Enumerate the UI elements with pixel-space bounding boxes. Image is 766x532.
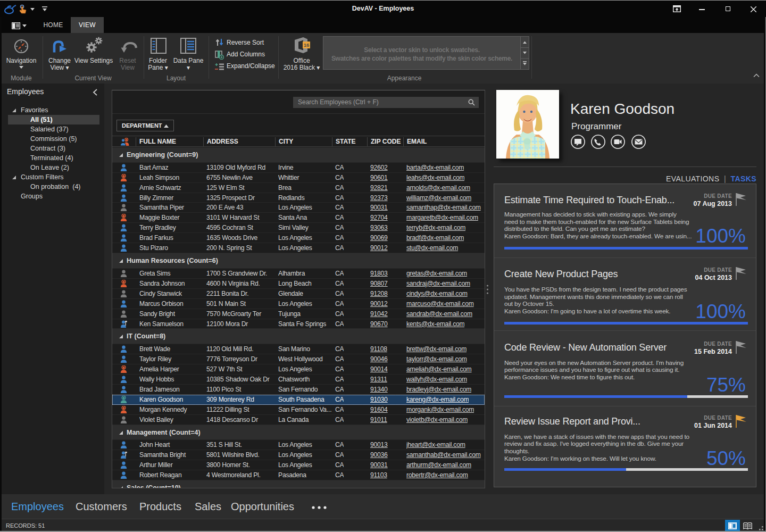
svg-text:16: 16 [304,42,310,48]
